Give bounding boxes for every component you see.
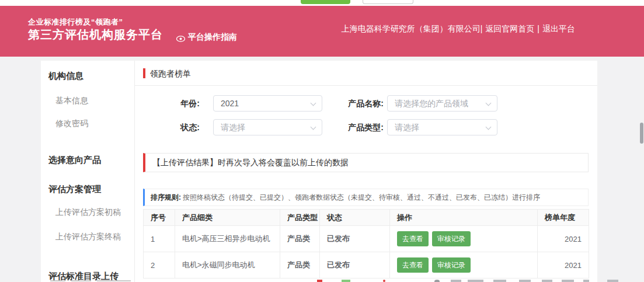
filter-product-type-placeholder: 请选择 [395, 123, 419, 132]
partial-green-button[interactable] [301, 0, 350, 4]
upload-overwrite-notice: 【上传评估结果】时再次导入将会覆盖以前上传的数据 [143, 153, 589, 172]
platform-guide-label: 平台操作指南 [188, 32, 237, 43]
logout-link[interactable]: 退出平台 [542, 24, 575, 33]
row-category: 电机>高压三相异步电动机 [175, 226, 280, 252]
table-row: 2 电机>永磁同步电动机 产品类 已发布 去查看审核记录 2021 [144, 252, 589, 278]
platform-guide-link[interactable]: 平台操作指南 [176, 32, 237, 43]
sidebar-group-org-info[interactable]: 机构信息 [48, 71, 83, 82]
filter-product-type-label: 产品类型: [325, 119, 384, 135]
sidebar-item-upload-final[interactable]: 上传评估方案终稿 [55, 232, 121, 242]
review-record-button[interactable]: 审核记录 [432, 231, 471, 246]
leaderboard-table: 序号 产品细类 产品类型 状态 操作 榜单年度 1 电机>高压三相异步电动机 产… [143, 209, 589, 278]
partial-footer-glyphs [0, 278, 644, 282]
filter-status-select[interactable]: 请选择 [213, 119, 322, 135]
row-category: 电机>永磁同步电动机 [175, 252, 280, 278]
header-links: 上海电器科学研究所（集团）有限公司|返回官网首页|退出平台 [342, 24, 575, 34]
row-index: 1 [144, 226, 175, 252]
filter-status-placeholder: 请选择 [221, 123, 245, 132]
link-separator: | [481, 24, 483, 33]
sidebar-group-plan-management[interactable]: 评估方案管理 [48, 184, 101, 195]
row-actions: 去查看审核记录 [390, 226, 538, 252]
row-status: 已发布 [320, 226, 390, 252]
eye-icon [176, 34, 185, 41]
table-row: 1 电机>高压三相异步电动机 产品类 已发布 去查看审核记录 2021 [144, 226, 589, 252]
chevron-down-icon [486, 100, 492, 106]
app-header: 企业标准排行榜及“领跑者” 第三方评估机构服务平台 平台操作指南 上海电器科学研… [0, 6, 644, 57]
section-title-accent-bar [143, 68, 145, 78]
filter-product-name-select[interactable]: 请选择您的产品领域 [387, 95, 497, 112]
row-product-type: 产品类 [280, 252, 320, 278]
company-name-link[interactable]: 上海电器科学研究所（集团）有限公司 [342, 24, 481, 33]
link-separator: | [537, 24, 539, 33]
home-link[interactable]: 返回官网首页 [485, 24, 534, 33]
sidebar-item-basic-info[interactable]: 基本信息 [55, 96, 88, 106]
view-button[interactable]: 去查看 [397, 231, 429, 246]
row-year: 2021 [538, 226, 589, 252]
col-header-status: 状态 [320, 210, 390, 226]
filter-product-name-label: 产品名称: [325, 95, 384, 112]
app-subtitle: 企业标准排行榜及“领跑者” [28, 17, 123, 27]
section-title: 领跑者榜单 [150, 69, 191, 79]
filter-year-label: 年份: [141, 95, 200, 112]
review-record-button[interactable]: 审核记录 [432, 257, 471, 273]
col-header-actions: 操作 [390, 210, 538, 226]
sort-rule-label: 排序规则: [151, 193, 181, 201]
sidebar-item-change-password[interactable]: 修改密码 [55, 119, 88, 129]
col-header-category: 产品细类 [175, 210, 280, 226]
top-strip [0, 0, 644, 6]
chevron-down-icon [311, 100, 316, 106]
filter-year-value: 2021 [221, 99, 239, 108]
col-header-index: 序号 [144, 210, 175, 226]
col-header-type: 产品类型 [280, 210, 320, 226]
col-header-year: 榜单年度 [538, 210, 589, 226]
chevron-down-icon [486, 124, 492, 130]
filter-product-name-placeholder: 请选择您的产品领域 [395, 99, 468, 108]
sidebar-group-select-products[interactable]: 选择意向产品 [48, 155, 101, 166]
filter-product-type-select[interactable]: 请选择 [387, 119, 497, 135]
partial-white-button[interactable] [363, 0, 413, 4]
row-status: 已发布 [320, 252, 390, 278]
sidebar-item-upload-draft[interactable]: 上传评估方案初稿 [55, 207, 121, 218]
row-year: 2021 [538, 252, 589, 278]
chevron-down-icon [311, 124, 316, 130]
row-product-type: 产品类 [280, 226, 320, 252]
sort-rule-text: 按照终稿状态（待提交、已提交）、领跑者数据状态（未提交、待审核、通过、不通过、已… [183, 193, 540, 201]
filter-year-select[interactable]: 2021 [213, 95, 322, 112]
row-index: 2 [144, 252, 175, 278]
filter-status-label: 状态: [141, 119, 200, 135]
table-header-row: 序号 产品细类 产品类型 状态 操作 榜单年度 [144, 210, 589, 226]
section-divider [134, 85, 597, 86]
app-title: 第三方评估机构服务平台 [28, 27, 163, 43]
sort-rule-notice: 排序规则:按照终稿状态（待提交、已提交）、领跑者数据状态（未提交、待审核、通过、… [143, 189, 589, 206]
row-actions: 去查看审核记录 [390, 252, 538, 278]
sidebar-divider [134, 61, 135, 282]
view-button[interactable]: 去查看 [397, 257, 429, 273]
page: 企业标准排行榜及“领跑者” 第三方评估机构服务平台 平台操作指南 上海电器科学研… [0, 0, 644, 282]
scrollbar-thumb[interactable] [640, 123, 643, 144]
